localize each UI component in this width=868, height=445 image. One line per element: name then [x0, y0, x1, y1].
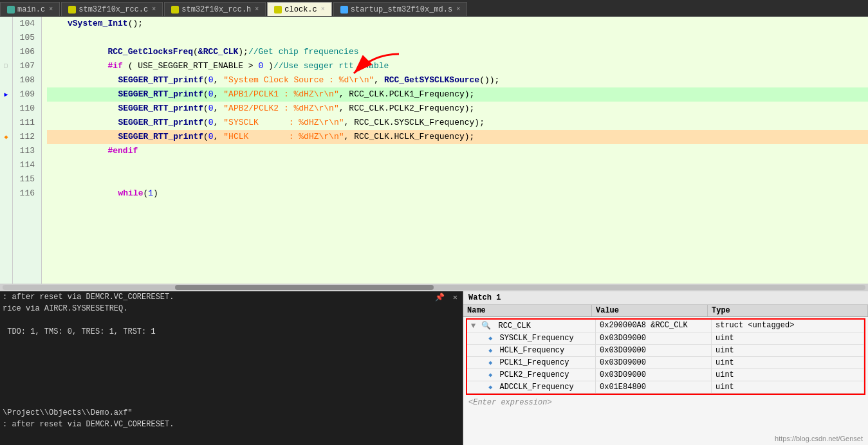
- linenum-105: 105: [13, 31, 37, 45]
- tab-main-c[interactable]: main.c ×: [0, 2, 60, 16]
- code-line-114: [47, 158, 868, 172]
- code-line-115: [47, 172, 868, 186]
- console-line-10: [0, 395, 463, 407]
- scrollbar-thumb[interactable]: [175, 285, 434, 290]
- watch-row-pclk1[interactable]: ◆ PCLK1_Frequency 0x03D09000 uint: [467, 357, 864, 369]
- tab-startup[interactable]: startup_stm32f10x_md.s ×: [333, 2, 467, 16]
- console-line-2: rice via AIRCR.SYSRESETREQ.: [0, 303, 463, 314]
- watch-cell-hclk-name: ◆ HCLK_Frequency: [467, 345, 596, 356]
- watch-cell-rcc-clk-type: struct <untagged>: [712, 320, 864, 332]
- console-area: 📌 ✕ : after reset via DEMCR.VC_CORERESET…: [0, 291, 463, 445]
- gutter-113: [1, 144, 12, 158]
- scrollbar-track[interactable]: [3, 285, 865, 290]
- tab-icon-clock: [274, 6, 282, 14]
- linenum-109: 109: [13, 87, 37, 102]
- gutter-106: [1, 45, 12, 59]
- linenum-108: 108: [13, 73, 37, 87]
- close-icon[interactable]: ×: [255, 6, 259, 13]
- bottom-panel: 📌 ✕ : after reset via DEMCR.VC_CORERESET…: [0, 291, 868, 445]
- watch-cell-hclk-value: 0x03D09000: [596, 345, 712, 356]
- watch-panel: Watch 1 Name Value Type ▼ 🔍 RCC_CLK 0x20…: [463, 291, 868, 445]
- linenum-114: 114: [13, 158, 37, 172]
- watch-cell-adcclk-name: ◆ ADCCLK_Frequency: [467, 381, 596, 393]
- console-line-6: [0, 349, 463, 361]
- watch-cell-sysclk-value: 0x03D09000: [596, 332, 712, 344]
- watch-header: Name Value Type: [463, 305, 868, 317]
- linenum-106: 106: [13, 45, 37, 59]
- console-line-11: \Project\\Objects\\Demo.axf": [0, 407, 463, 419]
- watch-cell-adcclk-type: uint: [712, 381, 864, 393]
- close-panel-icon[interactable]: ✕: [453, 293, 457, 302]
- watch-cell-adcclk-value: 0x01E84800: [596, 381, 712, 393]
- console-line-1: : after reset via DEMCR.VC_CORERESET.: [0, 291, 463, 303]
- editor-scrollbar[interactable]: [0, 284, 868, 291]
- line-numbers: 104 105 106 □107 108 109 110 111 112 113…: [13, 17, 42, 284]
- watch-cell-pclk1-type: uint: [712, 357, 864, 368]
- gutter-110: [1, 102, 12, 116]
- linenum-115: 115: [13, 172, 37, 186]
- tab-rcc-c[interactable]: stm32f10x_rcc.c ×: [61, 2, 163, 16]
- watch-row-rcc-clk[interactable]: ▼ 🔍 RCC_CLK 0x200000A8 &RCC_CLK struct <…: [467, 320, 864, 332]
- watch-header-name: Name: [463, 305, 592, 316]
- gutter-116: [1, 186, 12, 201]
- watch-cell-pclk2-type: uint: [712, 369, 864, 381]
- enter-expression[interactable]: <Enter expression>: [463, 396, 868, 409]
- watch-row-adcclk[interactable]: ◆ ADCCLK_Frequency 0x01E84800 uint: [467, 381, 864, 394]
- linenum-112: 112: [13, 130, 37, 144]
- tab-bar: main.c × stm32f10x_rcc.c × stm32f10x_rcc…: [0, 0, 868, 17]
- console-line-9: [0, 384, 463, 395]
- editor-area: ▶ ◆ 104 105 106 □107 108 109 110 111 112…: [0, 17, 868, 284]
- console-line-3: [0, 314, 463, 326]
- tab-icon-rcc-c: [68, 6, 76, 14]
- watch-header-type: Type: [708, 305, 868, 316]
- linenum-116: 116: [13, 186, 37, 201]
- tab-icon-rcc-h: [171, 6, 179, 14]
- console-line-4: TDO: 1, TMS: 0, TRES: 1, TRST: 1: [0, 326, 463, 338]
- gutter-105: [1, 31, 12, 45]
- watch-cell-pclk2-value: 0x03D09000: [596, 369, 712, 381]
- tab-icon-startup: [340, 6, 348, 14]
- watch-cell-hclk-type: uint: [712, 345, 864, 356]
- gutter-115: [1, 172, 12, 186]
- linenum-104: 104: [13, 17, 37, 31]
- gutter-114: [1, 158, 12, 172]
- gutter-109-arrow: ▶: [1, 87, 12, 102]
- code-line-116: while(1): [47, 186, 868, 201]
- close-icon[interactable]: ×: [321, 6, 325, 13]
- watermark: https://blog.csdn.net/Genset: [775, 435, 863, 442]
- linenum-107: □107: [13, 59, 37, 73]
- console-line-8: [0, 372, 463, 384]
- linenum-110: 110: [13, 102, 37, 116]
- watch-row-hclk[interactable]: ◆ HCLK_Frequency 0x03D09000 uint: [467, 345, 864, 357]
- watch-cell-sysclk-type: uint: [712, 332, 864, 344]
- code-line-104: vSystem_Init();: [47, 17, 868, 31]
- gutter-104: [1, 17, 12, 31]
- watch-row-pclk2[interactable]: ◆ PCLK2_Frequency 0x03D09000 uint: [467, 369, 864, 381]
- tab-clock-c[interactable]: clock.c ×: [267, 2, 331, 16]
- gutter-108: [1, 73, 12, 87]
- watch-rcc-group: ▼ 🔍 RCC_CLK 0x200000A8 &RCC_CLK struct <…: [466, 318, 865, 395]
- close-icon[interactable]: ×: [49, 6, 53, 13]
- close-icon[interactable]: ×: [456, 6, 460, 13]
- watch-header-value: Value: [592, 305, 708, 316]
- watch-cell-pclk1-value: 0x03D09000: [596, 357, 712, 368]
- tab-icon-main: [7, 6, 15, 14]
- linenum-111: 111: [13, 116, 37, 130]
- close-icon[interactable]: ×: [152, 6, 156, 13]
- watch-row-sysclk[interactable]: ◆ SYSCLK_Frequency 0x03D09000 uint: [467, 332, 864, 345]
- console-line-7: [0, 361, 463, 372]
- watch-cell-sysclk-name: ◆ SYSCLK_Frequency: [467, 332, 596, 344]
- console-line-12: : after reset via DEMCR.VC_CORERESET.: [0, 419, 463, 430]
- code-editor[interactable]: vSystem_Init(); RCC_GetClocksFreq(&RCC_C…: [42, 17, 868, 284]
- watch-cell-rcc-clk-value: 0x200000A8 &RCC_CLK: [596, 320, 712, 332]
- console-line-5: [0, 338, 463, 349]
- watch-cell-rcc-clk-name: ▼ 🔍 RCC_CLK: [467, 320, 596, 332]
- watch-cell-pclk1-name: ◆ PCLK1_Frequency: [467, 357, 596, 368]
- watch-cell-pclk2-name: ◆ PCLK2_Frequency: [467, 369, 596, 381]
- tab-rcc-h[interactable]: stm32f10x_rcc.h ×: [164, 2, 266, 16]
- gutter-112-diamond: ◆: [1, 130, 12, 144]
- pin-icon[interactable]: 📌: [435, 293, 445, 302]
- editor-gutter: ▶ ◆: [0, 17, 13, 284]
- gutter-111: [1, 116, 12, 130]
- linenum-113: 113: [13, 144, 37, 158]
